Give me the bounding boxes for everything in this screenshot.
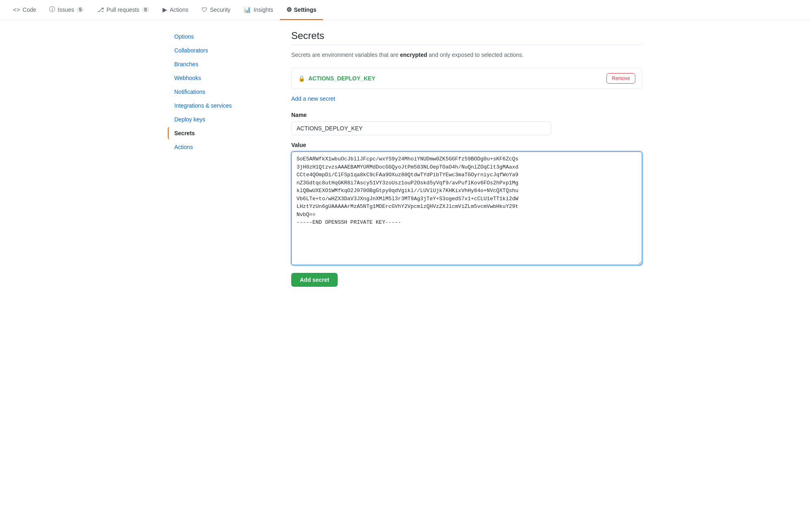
issues-badge: 5 xyxy=(76,7,84,13)
security-icon: 🛡 xyxy=(201,6,208,13)
existing-secret-name: ACTIONS_DEPLOY_KEY xyxy=(308,75,375,82)
tab-security[interactable]: 🛡 Security xyxy=(195,0,237,19)
add-secret-button[interactable]: Add secret xyxy=(291,273,338,287)
name-label: Name xyxy=(291,112,642,118)
tab-code-label: Code xyxy=(23,6,36,13)
sidebar-item-notifications[interactable]: Notifications xyxy=(168,85,282,98)
sidebar-item-actions[interactable]: Actions xyxy=(168,141,282,154)
sidebar-item-webhooks[interactable]: Webhooks xyxy=(168,71,282,84)
add-new-secret-link[interactable]: Add a new secret xyxy=(291,95,335,102)
sidebar: Options Collaborators Branches Webhooks … xyxy=(168,30,282,287)
tab-insights[interactable]: 📊 Insights xyxy=(237,0,279,20)
pull-request-icon: ⎇ xyxy=(97,6,104,13)
sidebar-item-options[interactable]: Options xyxy=(168,30,282,43)
main-content: Secrets Secrets are environment variable… xyxy=(291,30,642,287)
actions-icon: ▶ xyxy=(162,6,167,13)
title-divider xyxy=(291,45,642,45)
sidebar-item-collaborators[interactable]: Collaborators xyxy=(168,44,282,57)
sidebar-item-secrets[interactable]: Secrets xyxy=(168,127,282,140)
sidebar-item-deploy-keys[interactable]: Deploy keys xyxy=(168,113,282,126)
sidebar-item-branches[interactable]: Branches xyxy=(168,58,282,71)
settings-icon: ⚙ xyxy=(286,6,292,13)
secret-form: Name Value SoE5ARWfkX1wbuOcJbllJFcpc/wxY… xyxy=(291,112,642,287)
tab-security-label: Security xyxy=(210,6,231,13)
tab-actions[interactable]: ▶ Actions xyxy=(156,0,195,20)
tab-code[interactable]: <> Code xyxy=(6,0,43,19)
insights-icon: 📊 xyxy=(243,6,251,13)
remove-secret-button[interactable]: Remove xyxy=(606,73,635,84)
desc-after: and only exposed to selected actions. xyxy=(427,52,524,58)
tab-pull-requests-label: Pull requests xyxy=(106,6,139,13)
existing-secret-item: 🔒 ACTIONS_DEPLOY_KEY Remove xyxy=(291,68,642,89)
tab-insights-label: Insights xyxy=(253,6,273,13)
tab-pull-requests[interactable]: ⎇ Pull requests 0 xyxy=(91,0,156,20)
desc-before: Secrets are environment variables that a… xyxy=(291,52,400,58)
issues-icon: ⓘ xyxy=(49,6,55,13)
page-description: Secrets are environment variables that a… xyxy=(291,52,642,58)
sidebar-item-integrations[interactable]: Integrations & services xyxy=(168,99,282,112)
lock-icon: 🔒 xyxy=(298,75,305,82)
value-textarea[interactable]: SoE5ARWfkX1wbuOcJbllJFcpc/wxYS9y24MhoiYN… xyxy=(291,151,642,265)
pull-requests-badge: 0 xyxy=(142,7,149,13)
value-label: Value xyxy=(291,142,642,148)
tab-settings-label: Settings xyxy=(294,6,316,13)
tab-settings[interactable]: ⚙ Settings xyxy=(280,0,323,20)
tab-issues[interactable]: ⓘ Issues 5 xyxy=(43,0,91,20)
page-title: Secrets xyxy=(291,30,642,41)
desc-bold: encrypted xyxy=(400,52,427,58)
top-nav: <> Code ⓘ Issues 5 ⎇ Pull requests 0 ▶ A… xyxy=(0,0,810,20)
secret-name-display: 🔒 ACTIONS_DEPLOY_KEY xyxy=(298,75,375,82)
page-layout: Options Collaborators Branches Webhooks … xyxy=(161,20,649,296)
name-input[interactable] xyxy=(291,121,551,135)
tab-actions-label: Actions xyxy=(170,6,188,13)
tab-issues-label: Issues xyxy=(58,6,74,13)
code-icon: <> xyxy=(13,6,20,13)
